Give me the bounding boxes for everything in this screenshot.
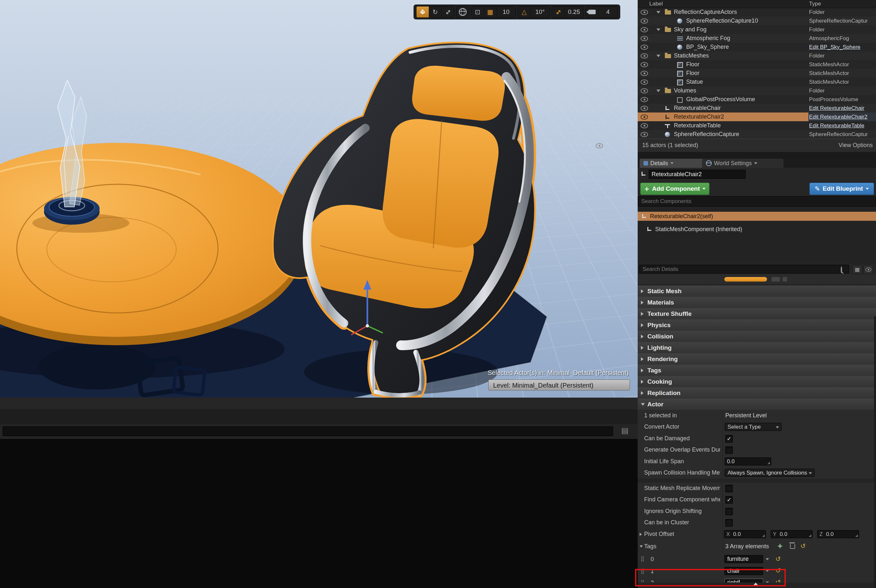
scale-tool-button[interactable]	[442, 6, 454, 18]
view-settings-icon[interactable]	[621, 427, 629, 435]
ignores-origin-checkbox[interactable]	[725, 508, 733, 515]
expander-icon[interactable]	[640, 545, 643, 548]
rotation-snap-value-button[interactable]: 10°	[530, 6, 549, 18]
outliner-row-type-link[interactable]: Edit RetexturableChair2	[809, 112, 874, 121]
expander-icon[interactable]	[640, 533, 642, 536]
outliner-row-type-link[interactable]: Edit RetexturableTable	[809, 121, 874, 130]
category-lighting[interactable]: Lighting	[638, 342, 876, 354]
visibility-eye-icon[interactable]	[641, 71, 648, 76]
outliner-row-type-link[interactable]: Edit BP_Sky_Sphere	[809, 43, 874, 51]
visibility-eye-icon[interactable]	[641, 62, 648, 67]
value-drag-icon[interactable]	[809, 534, 811, 537]
world-local-toggle-button[interactable]	[457, 6, 469, 18]
chevron-down-icon[interactable]	[766, 558, 769, 560]
outliner-row[interactable]: Floor StaticMeshActor	[638, 69, 876, 78]
visibility-eye-icon[interactable]	[641, 88, 648, 93]
grid-snap-value-button[interactable]: 10	[497, 6, 515, 18]
actor-name-field[interactable]: RetexturableChair2	[649, 170, 746, 179]
camera-speed-button[interactable]	[586, 6, 598, 18]
visibility-eye-icon[interactable]	[641, 10, 648, 15]
value-drag-icon[interactable]	[855, 534, 858, 537]
outliner-row[interactable]: SphereReflectionCapture10 SphereReflecti…	[638, 16, 876, 25]
generate-overlap-checkbox[interactable]	[725, 446, 733, 454]
search-details-input[interactable]	[639, 265, 849, 273]
outliner-row[interactable]: Sky and Fog Folder	[638, 25, 876, 34]
category-cooking[interactable]: Cooking	[638, 376, 876, 388]
category-physics[interactable]: Physics	[638, 320, 876, 331]
visibility-eye-icon[interactable]	[641, 36, 648, 41]
cluster-checkbox[interactable]	[725, 519, 733, 526]
tab-world-settings[interactable]: World Settings	[702, 159, 783, 168]
category-tags[interactable]: Tags	[638, 364, 876, 376]
move-tool-button[interactable]	[416, 6, 429, 18]
category-rendering[interactable]: Rendering	[638, 353, 876, 365]
outliner-row-selected[interactable]: RetexturableChair2 Edit RetexturableChai…	[638, 112, 876, 121]
category-materials[interactable]: Materials	[638, 297, 876, 308]
component-row-selected[interactable]: RetexturableChair2(self)	[638, 212, 876, 221]
visibility-eye-icon[interactable]	[641, 97, 648, 102]
outliner-row[interactable]: StaticMeshes Folder	[638, 51, 876, 60]
scale-snap-toggle-button[interactable]	[552, 6, 565, 18]
replicate-movement-checkbox[interactable]	[725, 485, 733, 492]
property-matrix-button[interactable]	[852, 265, 862, 274]
outliner-row[interactable]: ReflectionCaptureActors Folder	[638, 8, 876, 16]
view-options-button[interactable]: View Options	[838, 142, 873, 149]
surface-snap-button[interactable]	[472, 6, 484, 18]
add-component-button[interactable]: Add Component	[640, 183, 709, 195]
material-stub-control[interactable]	[783, 277, 787, 282]
visibility-eye-icon[interactable]	[641, 114, 648, 120]
outliner-row[interactable]: Statue StaticMeshActor	[638, 78, 876, 86]
tag-value-field-0[interactable]: furniture	[724, 555, 763, 563]
component-row[interactable]: StaticMeshComponent (Inherited)	[638, 225, 876, 234]
outliner-column-type[interactable]: Type	[809, 1, 821, 7]
pivot-x-field[interactable]: X 0.0	[724, 530, 766, 538]
expander-icon[interactable]	[657, 28, 660, 31]
outliner-row[interactable]: RetexturableTable Edit RetexturableTable	[638, 121, 876, 130]
visibility-eye-icon[interactable]	[641, 106, 648, 111]
expander-icon[interactable]	[657, 11, 660, 14]
category-actor[interactable]: Actor	[638, 399, 876, 410]
value-drag-icon[interactable]	[767, 462, 770, 464]
grid-snap-toggle-button[interactable]	[484, 6, 497, 18]
outliner-row[interactable]: Volumes Folder	[638, 86, 876, 95]
scale-snap-value-button[interactable]: 0.25	[565, 6, 583, 18]
can-be-damaged-checkbox[interactable]	[725, 435, 733, 442]
drag-handle-icon[interactable]	[641, 556, 644, 562]
content-browser[interactable]	[0, 398, 638, 588]
expander-icon[interactable]	[657, 55, 660, 57]
content-browser-search-input[interactable]	[3, 426, 613, 436]
visibility-eye-icon[interactable]	[641, 132, 648, 137]
convert-actor-dropdown[interactable]: Select a Type	[725, 423, 781, 431]
outliner-row[interactable]: GlobalPostProcessVolume PostProcessVolum…	[638, 95, 876, 104]
rotate-tool-button[interactable]	[429, 6, 442, 18]
category-replication[interactable]: Replication	[638, 387, 876, 399]
reset-tags-button[interactable]	[800, 542, 806, 550]
add-element-button[interactable]	[777, 542, 783, 549]
outliner-row[interactable]: Floor StaticMeshActor	[638, 60, 876, 69]
initial-life-span-field[interactable]: 0.0	[725, 458, 771, 465]
visibility-eye-icon[interactable]	[641, 80, 648, 85]
display-filter-button[interactable]	[863, 265, 873, 274]
edit-blueprint-button[interactable]: Edit Blueprint	[809, 183, 874, 195]
visibility-eye-icon[interactable]	[641, 53, 648, 58]
pivot-z-field[interactable]: Z 0.0	[817, 530, 859, 538]
visibility-eye-icon[interactable]	[641, 45, 648, 50]
camera-speed-value-button[interactable]: 4	[598, 6, 617, 18]
outliner-row[interactable]: SphereReflectionCapture SphereReflection…	[638, 130, 876, 139]
level-viewport[interactable]: 10 10° 0.25 4 Selected Actor(s) in: Mini…	[0, 0, 638, 398]
tab-details[interactable]: Details	[640, 159, 707, 168]
pivot-y-field[interactable]: Y 0.0	[771, 530, 813, 538]
category-texture-shuffle[interactable]: Texture Shuffle	[638, 308, 876, 320]
outliner-row[interactable]: RetexturableChair Edit RetexturableChair	[638, 104, 876, 112]
view-options-eye-icon[interactable]	[596, 143, 603, 148]
outliner-row[interactable]: Atmospheric Fog AtmosphericFog	[638, 34, 876, 43]
spawn-collision-dropdown[interactable]: Always Spawn, Ignore Collisions	[725, 469, 814, 477]
category-static-mesh[interactable]: Static Mesh	[638, 285, 876, 297]
expander-icon[interactable]	[657, 90, 660, 92]
visibility-eye-icon[interactable]	[641, 27, 648, 32]
details-scrollbar[interactable]	[874, 316, 876, 588]
category-collision[interactable]: Collision	[638, 331, 876, 342]
reset-tag-button[interactable]	[775, 555, 781, 563]
material-color-bar[interactable]	[724, 277, 767, 282]
outliner-row-type-link[interactable]: Edit RetexturableChair	[809, 104, 874, 112]
